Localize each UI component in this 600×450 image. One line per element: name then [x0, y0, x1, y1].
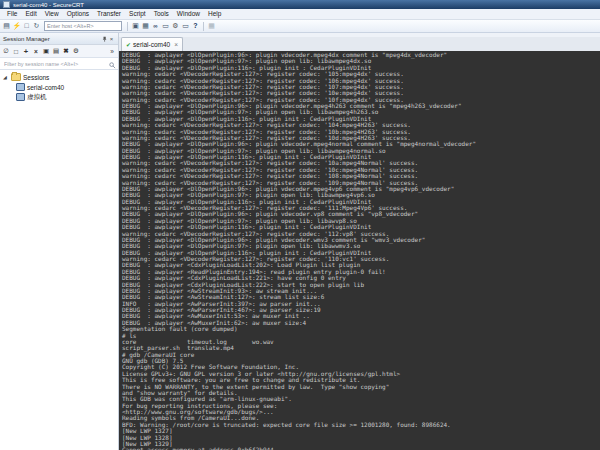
- connect-in-tab-icon[interactable]: □: [22, 21, 31, 31]
- new-session-icon[interactable]: +: [22, 46, 30, 56]
- titlebar: serial-com40 - SecureCRT: [0, 0, 600, 9]
- menu-item[interactable]: File: [3, 9, 21, 19]
- session-tree-item[interactable]: 虚拟机: [0, 92, 118, 102]
- delete-session-icon[interactable]: ×: [32, 46, 40, 56]
- menubar: FileEditViewOptionsTransferScriptToolsWi…: [0, 9, 600, 20]
- host-input[interactable]: [44, 21, 122, 31]
- expander-icon[interactable]: ◢: [3, 72, 9, 82]
- session-monitor-icon: [16, 83, 25, 91]
- tab-label: serial-com40: [133, 41, 170, 48]
- menu-item[interactable]: Window: [173, 9, 204, 19]
- session-monitor-icon: [16, 93, 25, 101]
- menu-item[interactable]: Help: [204, 9, 225, 19]
- menu-item[interactable]: Transfer: [93, 9, 125, 19]
- sessions-root-label: Sessions: [23, 74, 49, 81]
- copy-icon[interactable]: ▣: [131, 21, 140, 31]
- main-area: Session Manager × ∅□+×▣▤✖⚙» ◢ Sessi: [0, 33, 600, 450]
- securecrt-window: serial-com40 - SecureCRT FileEditViewOpt…: [0, 0, 600, 450]
- tabbar: ✔ serial-com40 ×: [119, 37, 600, 51]
- menu-item[interactable]: Edit: [21, 9, 40, 19]
- help-icon[interactable]: ?: [191, 21, 200, 31]
- session-tree-item[interactable]: serial-com40: [0, 82, 118, 92]
- folder-icon: [11, 73, 21, 81]
- reconnect-icon[interactable]: ↻: [32, 21, 41, 31]
- print-icon[interactable]: ▭: [161, 21, 170, 31]
- session-manager-header: Session Manager ×: [0, 33, 118, 45]
- remove-icon[interactable]: ✖: [62, 46, 70, 56]
- copy-session-icon[interactable]: ▣: [42, 46, 50, 56]
- pin-icon[interactable]: [101, 35, 108, 42]
- toolbar-end-group: ▦: [207, 21, 216, 31]
- tab-serial-com40[interactable]: ✔ serial-com40 ×: [121, 37, 183, 51]
- find-icon[interactable]: ∞: [151, 21, 160, 31]
- connect-session-icon[interactable]: ∅: [2, 46, 10, 56]
- toolbar-left-group: ▤⚡□↻: [2, 21, 41, 31]
- sessions-root-node[interactable]: ◢ Sessions: [0, 72, 118, 82]
- window-title: serial-com40 - SecureCRT: [13, 2, 84, 8]
- terminal-column: ✔ serial-com40 × DEBUG : awplayer <DlOpe…: [119, 33, 600, 450]
- options-icon[interactable]: ⚙: [171, 21, 180, 31]
- connect-icon[interactable]: ▤: [2, 21, 11, 31]
- main-toolbar: ▤⚡□↻ ▣▦∞▭⚙▭? ▦: [0, 20, 600, 33]
- connected-check-icon: ✔: [126, 42, 131, 48]
- paste-session-icon[interactable]: ▤: [52, 46, 60, 56]
- menu-item[interactable]: Tools: [150, 9, 173, 19]
- session-manager-toolbar: ∅□+×▣▤✖⚙»: [0, 45, 118, 58]
- toolbar-separator: [203, 22, 204, 31]
- session-filter-input[interactable]: [2, 59, 108, 69]
- terminal[interactable]: DEBUG : awplayer <DlOpenPlugin:96>: plug…: [119, 51, 600, 450]
- toolbar-right-group: ▣▦∞▭⚙▭?: [131, 21, 200, 31]
- app-icon: [3, 1, 10, 8]
- session-options-icon[interactable]: ⚙: [72, 46, 80, 56]
- session-manager-panel: Session Manager × ∅□+×▣▤✖⚙» ◢ Sessi: [0, 33, 119, 450]
- trace-options-icon[interactable]: ▦: [207, 21, 216, 31]
- tab-close-icon[interactable]: ×: [172, 42, 178, 48]
- paste-icon[interactable]: ▦: [141, 21, 150, 31]
- filter-row: [0, 58, 118, 70]
- print-setup-icon[interactable]: ▭: [181, 21, 190, 31]
- menu-item[interactable]: Script: [125, 9, 150, 19]
- session-properties-icon[interactable]: □: [12, 46, 20, 56]
- toolbar-separator: [127, 22, 128, 31]
- quick-connect-icon[interactable]: ⚡: [12, 21, 21, 31]
- session-tree-items: serial-com40 虚拟机: [0, 82, 118, 102]
- session-tree: ◢ Sessions serial-com40 虚拟机: [0, 70, 118, 450]
- session-manager-title: Session Manager: [3, 36, 101, 42]
- menu-item[interactable]: Options: [63, 9, 93, 19]
- menu-item[interactable]: View: [41, 9, 63, 19]
- close-panel-icon[interactable]: ×: [108, 35, 115, 42]
